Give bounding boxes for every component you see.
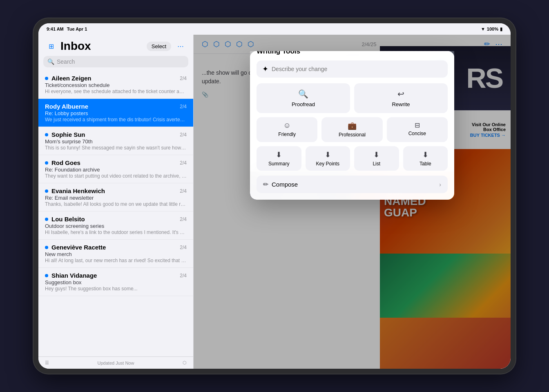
mail-sender: Aileen Zeigen bbox=[51, 75, 92, 82]
mail-sender: Rod Goes bbox=[51, 159, 80, 166]
table-label: Table bbox=[420, 161, 431, 167]
friendly-button[interactable]: ☺ Friendly bbox=[257, 117, 317, 142]
unread-dot bbox=[45, 246, 48, 249]
footer-icon-left: ☰ bbox=[45, 360, 49, 365]
mail-date: 2/4 bbox=[180, 273, 187, 278]
search-icon: 🔍 bbox=[47, 58, 54, 65]
mail-date: 2/4 bbox=[180, 216, 187, 222]
mail-item[interactable]: Evania Henkewich 2/4 Re: Email newslette… bbox=[38, 183, 193, 212]
summary-icon: ⬇ bbox=[276, 150, 282, 159]
compose-sheet: Cancel Film Center upcoming events ↑ To: bbox=[250, 51, 454, 200]
mail-preview: We just received a shipment from the dis… bbox=[45, 117, 187, 122]
compose-pencil-icon: ✏ bbox=[263, 180, 268, 188]
mail-date: 2/4 bbox=[180, 104, 187, 109]
sidebar-header: ⊞ Inbox Select ⋯ bbox=[38, 35, 193, 56]
list-label: List bbox=[373, 161, 380, 167]
mail-preview: Hi Isabelle, here's a link to the outdoo… bbox=[45, 229, 187, 235]
key-points-icon: ⬇ bbox=[325, 150, 331, 159]
friendly-label: Friendly bbox=[278, 131, 296, 137]
mail-subject: Re: Lobby posters bbox=[45, 110, 187, 116]
proofread-label: Proofread bbox=[292, 101, 315, 107]
summary-button[interactable]: ⬇ Summary bbox=[257, 146, 301, 171]
mail-date: 2/4 bbox=[180, 160, 187, 166]
table-button[interactable]: ⬇ Table bbox=[403, 146, 448, 171]
wt-main-actions: 🔍 Proofread ↩ Rewrite bbox=[257, 83, 448, 113]
mail-subject: Mom's surprise 70th bbox=[45, 138, 187, 145]
list-button[interactable]: ⬇ List bbox=[354, 146, 399, 171]
mail-item[interactable]: Lou Belsito 2/4 Outdoor screening series… bbox=[38, 212, 193, 240]
mail-subject: New merch bbox=[45, 251, 187, 257]
mail-item[interactable]: Sophie Sun 2/4 Mom's surprise 70th This … bbox=[38, 127, 193, 155]
writing-tools-title: Writing Tools bbox=[257, 51, 448, 56]
concise-label: Concise bbox=[408, 131, 426, 136]
more-button[interactable]: ⋯ bbox=[174, 40, 187, 52]
rewrite-label: Rewrite bbox=[392, 101, 410, 107]
wifi-icon: ▼ bbox=[481, 27, 485, 31]
key-points-button[interactable]: ⬇ Key Points bbox=[306, 146, 350, 171]
sidebar-footer: ☰ Updated Just Now ⬡ bbox=[38, 356, 193, 369]
unread-dot bbox=[45, 218, 48, 221]
time-display: 9:41 AM bbox=[47, 27, 64, 31]
friendly-icon: ☺ bbox=[283, 121, 290, 130]
battery-icon: ▮ bbox=[500, 27, 502, 32]
footer-status: Updated Just Now bbox=[98, 361, 134, 365]
mail-item[interactable]: Rod Goes 2/4 Re: Foundation archive They… bbox=[38, 155, 193, 183]
mail-preview: Hey guys! The suggestion box has some... bbox=[45, 286, 187, 292]
wt-search-bar[interactable]: ✦ bbox=[257, 60, 448, 78]
compose-label: Compose bbox=[272, 181, 298, 188]
mail-item[interactable]: Geneviève Racette 2/4 New merch Hi all! … bbox=[38, 240, 193, 268]
ipad-screen: 9:41 AM Tue Apr 1 ▼ 100% ▮ ⊞ Inbox bbox=[38, 23, 511, 369]
detail-pane: ⬡ ⬡ ⬡ ⬡ ⬡ 2/4/25 ✏ ⋯ ...the show will go… bbox=[194, 35, 511, 369]
mail-subject: Outdoor screening series bbox=[45, 223, 187, 229]
list-icon: ⬇ bbox=[373, 150, 379, 159]
mail-sidebar: ⊞ Inbox Select ⋯ 🔍 Search bbox=[38, 35, 194, 369]
mail-item[interactable]: Shian Vidanage 2/4 Suggestion box Hey gu… bbox=[38, 268, 193, 296]
sidebar-controls: Select ⋯ bbox=[147, 40, 187, 52]
unread-dot bbox=[45, 161, 48, 165]
status-bar-left: 9:41 AM Tue Apr 1 bbox=[47, 27, 87, 31]
mail-subject: Re: Email newsletter bbox=[45, 195, 187, 201]
mail-sender: Geneviève Racette bbox=[51, 244, 106, 251]
rewrite-button[interactable]: ↩ Rewrite bbox=[354, 83, 448, 113]
status-bar-right: ▼ 100% ▮ bbox=[481, 27, 502, 32]
wt-sparkle-icon: ✦ bbox=[262, 65, 268, 74]
unread-dot bbox=[45, 133, 48, 136]
search-placeholder: Search bbox=[57, 58, 75, 65]
table-icon: ⬇ bbox=[422, 150, 428, 159]
mail-preview: Hi everyone, see the schedule attached f… bbox=[45, 89, 187, 94]
compose-row[interactable]: ✏ Compose › bbox=[257, 176, 448, 193]
mail-sender: Lou Belsito bbox=[51, 216, 85, 223]
mail-sender: Rody Albuerne bbox=[45, 103, 88, 110]
proofread-button[interactable]: 🔍 Proofread bbox=[257, 83, 350, 113]
wt-tone-actions: ☺ Friendly 💼 Professional ⊟ Concise bbox=[257, 117, 448, 142]
status-bar: 9:41 AM Tue Apr 1 ▼ 100% ▮ bbox=[38, 23, 511, 35]
sidebar-toggle-button[interactable]: ⊞ bbox=[45, 40, 57, 52]
mail-date: 2/4 bbox=[180, 245, 187, 250]
search-bar[interactable]: 🔍 Search bbox=[43, 56, 188, 67]
summary-label: Summary bbox=[268, 161, 289, 167]
compose-chevron-icon: › bbox=[439, 181, 441, 188]
key-points-label: Key Points bbox=[316, 161, 339, 167]
compose-left: ✏ Compose bbox=[263, 180, 298, 188]
compose-overlay: Cancel Film Center upcoming events ↑ To: bbox=[194, 35, 511, 369]
unread-dot bbox=[45, 274, 48, 277]
mail-list: Aileen Zeigen 2/4 Ticket/concession sche… bbox=[38, 71, 193, 356]
ipad-device: 9:41 AM Tue Apr 1 ▼ 100% ▮ ⊞ Inbox bbox=[33, 18, 516, 374]
professional-button[interactable]: 💼 Professional bbox=[321, 117, 382, 142]
mail-item[interactable]: Rody Albuerne 2/4 Re: Lobby posters We j… bbox=[38, 99, 193, 127]
app-area: ⊞ Inbox Select ⋯ 🔍 Search bbox=[38, 35, 511, 369]
mail-sender: Evania Henkewich bbox=[51, 187, 105, 194]
inbox-title: Inbox bbox=[60, 40, 91, 53]
mail-item[interactable]: Aileen Zeigen 2/4 Ticket/concession sche… bbox=[38, 71, 193, 99]
date-display: Tue Apr 1 bbox=[67, 27, 87, 31]
wt-search-input[interactable] bbox=[272, 66, 442, 72]
mail-date: 2/4 bbox=[180, 188, 187, 194]
mail-subject: Ticket/concession schedule bbox=[45, 82, 187, 88]
rewrite-icon: ↩ bbox=[397, 89, 404, 99]
mail-preview: Hi all! At long last, our new merch has … bbox=[45, 258, 187, 263]
professional-label: Professional bbox=[339, 132, 366, 138]
concise-button[interactable]: ⊟ Concise bbox=[387, 117, 448, 142]
mail-sender: Sophie Sun bbox=[51, 131, 85, 138]
wt-format-actions: ⬇ Summary ⬇ Key Points ⬇ List bbox=[257, 146, 448, 171]
select-button[interactable]: Select bbox=[147, 42, 171, 51]
